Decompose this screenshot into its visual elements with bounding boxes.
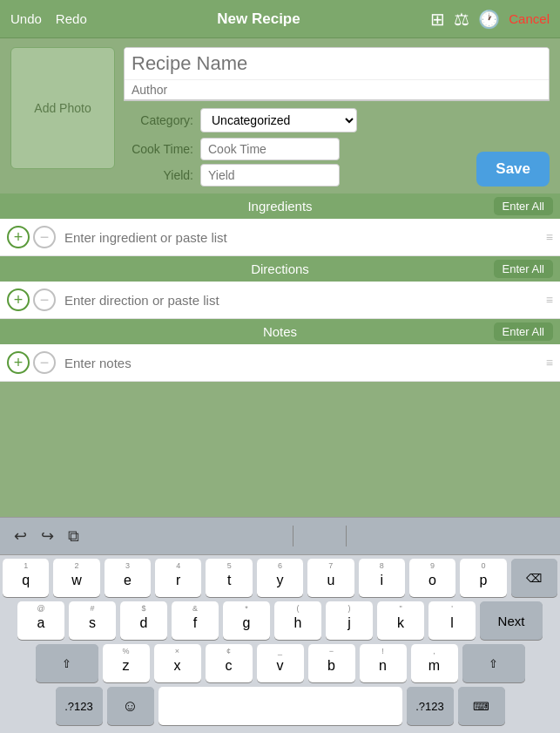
author-input[interactable] [125, 80, 549, 100]
direction-row: + − ≡ [0, 282, 560, 319]
ingredient-input[interactable] [64, 230, 539, 245]
ingredients-section-header: Ingredients Enter All [0, 193, 560, 219]
key-o[interactable]: 9o [409, 559, 455, 597]
ingredient-row: + − ≡ [0, 219, 560, 256]
key-c[interactable]: ¢c [206, 644, 253, 682]
key-d[interactable]: $d [120, 601, 167, 640]
cooktime-label: Cook Time: [124, 142, 193, 156]
key-num123-left[interactable]: .?123 [56, 687, 103, 725]
ingredients-title: Ingredients [10, 199, 550, 214]
keyboard-row-3: ⇧ %z ×x ¢c _v −b !n ,m ⇧ [3, 644, 557, 682]
save-button[interactable]: Save [476, 152, 550, 187]
category-select[interactable]: Uncategorized Breakfast Lunch Dinner Des… [200, 108, 357, 132]
key-l[interactable]: 'l [428, 601, 476, 640]
key-x[interactable]: ×x [154, 644, 201, 682]
keyboard-copy-button[interactable]: ⧉ [64, 524, 83, 549]
notes-enter-all-button[interactable]: Enter All [494, 322, 553, 341]
key-h[interactable]: (h [274, 601, 321, 640]
keyboard-row-4: .?123 ☺ .?123 ⌨ [3, 687, 557, 725]
keyboard-redo-button[interactable]: ↪ [37, 523, 57, 549]
add-note-button[interactable]: + [7, 351, 30, 374]
key-i[interactable]: 8i [359, 559, 405, 597]
direction-input[interactable] [64, 293, 539, 308]
keyboard: ↩ ↪ ⧉ 1q 2w 3e 4r 5t 6y 7u 8i 9o 0p ⌫ @a… [0, 517, 560, 733]
key-b[interactable]: −b [308, 644, 355, 682]
toolbar-divider-1 [293, 526, 293, 546]
category-row: Category: Uncategorized Breakfast Lunch … [124, 108, 550, 132]
key-s[interactable]: #s [69, 601, 116, 640]
content-area: Ingredients Enter All + − ≡ Directions E… [0, 193, 560, 490]
ingredient-drag-handle: ≡ [546, 230, 553, 244]
remove-ingredient-button[interactable]: − [33, 226, 56, 248]
key-next[interactable]: Next [480, 601, 543, 640]
cooktime-row: Cook Time: [124, 138, 471, 160]
remove-note-button[interactable]: − [33, 351, 56, 374]
key-e[interactable]: 3e [105, 559, 151, 597]
key-u[interactable]: 7u [307, 559, 354, 597]
yield-input[interactable] [200, 164, 340, 187]
notes-row: + − ≡ [0, 344, 560, 382]
toolbar-divider-2 [346, 526, 347, 546]
keyboard-toolbar: ↩ ↪ ⧉ [0, 517, 560, 555]
key-t[interactable]: 5t [206, 559, 252, 597]
key-delete[interactable]: ⌫ [511, 559, 557, 597]
category-label: Category: [124, 113, 193, 127]
key-y[interactable]: 6y [257, 559, 303, 597]
redo-button[interactable]: Redo [56, 11, 87, 26]
keyboard-row-1: 1q 2w 3e 4r 5t 6y 7u 8i 9o 0p ⌫ [3, 559, 557, 597]
directions-title: Directions [10, 261, 550, 276]
directions-enter-all-button[interactable]: Enter All [494, 260, 553, 278]
key-r[interactable]: 4r [155, 559, 201, 597]
ingredients-enter-all-button[interactable]: Enter All [494, 197, 553, 215]
cooktime-input[interactable] [200, 138, 340, 160]
add-direction-button[interactable]: + [7, 288, 30, 311]
undo-button[interactable]: Undo [10, 11, 42, 26]
key-j[interactable]: )j [326, 601, 373, 640]
scale-icon[interactable]: ⚖ [454, 9, 469, 30]
key-m[interactable]: ,m [411, 644, 458, 682]
directions-section-header: Directions Enter All [0, 256, 560, 282]
cancel-button[interactable]: Cancel [509, 11, 550, 26]
calculator-icon[interactable]: ⊞ [430, 9, 445, 30]
nav-right: ⊞ ⚖ 🕐 Cancel [430, 9, 550, 30]
yield-row: Yield: [124, 164, 471, 187]
keyboard-row-2: @a #s $d &f *g (h )j "k 'l Next [3, 601, 557, 640]
recipe-name-input[interactable] [125, 48, 549, 80]
name-author-box [124, 47, 550, 101]
empty-space [0, 382, 560, 451]
key-n[interactable]: !n [360, 644, 407, 682]
key-k[interactable]: "k [377, 601, 424, 640]
key-shift-left[interactable]: ⇧ [36, 644, 98, 682]
clock-icon[interactable]: 🕐 [478, 9, 500, 30]
key-keyboard[interactable]: ⌨ [458, 687, 505, 725]
keyboard-rows: 1q 2w 3e 4r 5t 6y 7u 8i 9o 0p ⌫ @a #s $d… [0, 555, 560, 733]
page-title: New Recipe [217, 10, 300, 28]
add-ingredient-button[interactable]: + [7, 226, 30, 248]
direction-drag-handle: ≡ [546, 293, 553, 307]
key-a[interactable]: @a [17, 601, 64, 640]
remove-direction-button[interactable]: − [33, 288, 56, 311]
key-space[interactable] [159, 687, 402, 725]
recipe-form-section: Add Photo Category: Uncategorized Breakf… [0, 38, 560, 193]
key-q[interactable]: 1q [3, 559, 49, 597]
nav-left: Undo Redo [10, 11, 87, 26]
key-v[interactable]: _v [257, 644, 304, 682]
notes-drag-handle: ≡ [546, 356, 553, 370]
notes-title: Notes [10, 324, 550, 339]
notes-input[interactable] [64, 356, 539, 370]
key-num123-right[interactable]: .?123 [407, 687, 454, 725]
key-f[interactable]: &f [172, 601, 219, 640]
key-emoji[interactable]: ☺ [107, 687, 154, 725]
key-z[interactable]: %z [103, 644, 150, 682]
key-shift-right[interactable]: ⇧ [462, 644, 525, 682]
key-p[interactable]: 0p [460, 559, 506, 597]
keyboard-undo-button[interactable]: ↩ [10, 523, 30, 549]
key-w[interactable]: 2w [53, 559, 99, 597]
key-g[interactable]: *g [223, 601, 270, 640]
add-photo-button[interactable]: Add Photo [10, 47, 115, 169]
yield-label: Yield: [124, 168, 193, 182]
notes-section-header: Notes Enter All [0, 319, 560, 344]
nav-bar: Undo Redo New Recipe ⊞ ⚖ 🕐 Cancel [0, 0, 560, 38]
